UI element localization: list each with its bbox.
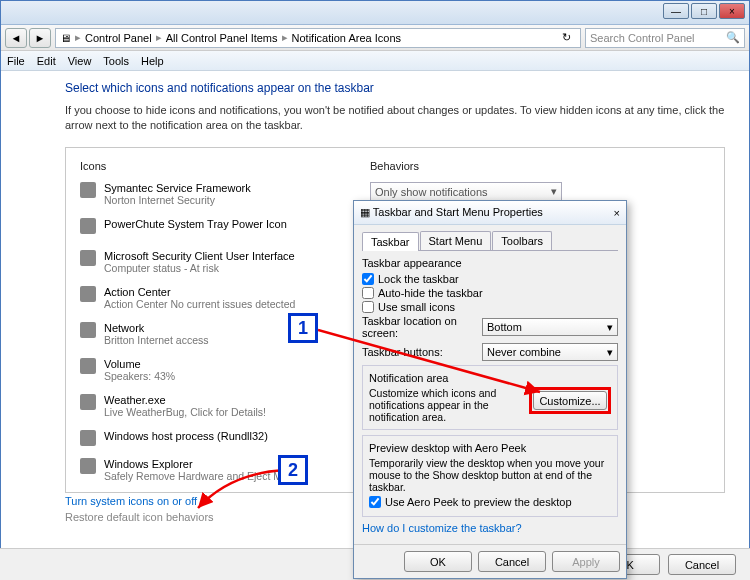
customize-button[interactable]: Customize...	[533, 391, 607, 410]
icon-title: Symantec Service Framework	[104, 182, 251, 194]
back-button[interactable]: ◄	[5, 28, 27, 48]
dialog-icon: ▦	[360, 206, 370, 218]
group-notification-label: Notification area	[369, 372, 611, 384]
icon-title: Network	[104, 322, 208, 334]
dialog-title: Taskbar and Start Menu Properties	[373, 206, 543, 218]
dialog-cancel-button[interactable]: Cancel	[478, 551, 546, 572]
tray-icon	[80, 218, 96, 234]
behavior-select[interactable]: Only show notifications▾	[370, 182, 562, 202]
icon-subtitle: Britton Internet access	[104, 334, 208, 346]
col-icons-header: Icons	[80, 156, 370, 182]
dialog-ok-button[interactable]: OK	[404, 551, 472, 572]
icon-title: Windows Explorer	[104, 458, 302, 470]
dialog-close-icon[interactable]: ×	[614, 207, 620, 219]
breadcrumb[interactable]: 🖥 ▸ Control Panel ▸ All Control Panel It…	[55, 28, 581, 48]
tray-icon	[80, 458, 96, 474]
icon-subtitle: Computer status - At risk	[104, 262, 295, 274]
search-placeholder: Search Control Panel	[590, 32, 695, 44]
tab-toolbars[interactable]: Toolbars	[492, 231, 552, 250]
tray-icon	[80, 286, 96, 302]
lock-taskbar-label: Lock the taskbar	[378, 273, 459, 285]
tray-icon	[80, 250, 96, 266]
cancel-button[interactable]: Cancel	[668, 554, 736, 575]
forward-button[interactable]: ►	[29, 28, 51, 48]
icon-title: Weather.exe	[104, 394, 266, 406]
taskbar-buttons-label: Taskbar buttons:	[362, 346, 482, 358]
group-peek-label: Preview desktop with Aero Peek	[369, 442, 611, 454]
icon-title: Microsoft Security Client User Interface	[104, 250, 295, 262]
icon-subtitle: Live WeatherBug, Click for Details!	[104, 406, 266, 418]
icon-subtitle: Safely Remove Hardware and Eject Media	[104, 470, 302, 482]
page-description: If you choose to hide icons and notifica…	[65, 103, 725, 133]
how-customize-link[interactable]: How do I customize the taskbar?	[362, 522, 618, 534]
autohide-checkbox[interactable]	[362, 287, 374, 299]
tray-icon	[80, 358, 96, 374]
search-icon: 🔍	[726, 31, 740, 44]
aero-peek-label: Use Aero Peek to preview the desktop	[385, 496, 572, 508]
page-title: Select which icons and notifications app…	[65, 81, 725, 95]
breadcrumb-item[interactable]: Control Panel	[85, 32, 152, 44]
small-icons-label: Use small icons	[378, 301, 455, 313]
icon-subtitle: Norton Internet Security	[104, 194, 251, 206]
icon-subtitle: Speakers: 43%	[104, 370, 175, 382]
tray-icon	[80, 430, 96, 446]
location-select[interactable]: Bottom▾	[482, 318, 618, 336]
location-label: Taskbar location on screen:	[362, 315, 482, 339]
breadcrumb-root-icon: 🖥	[60, 32, 71, 44]
breadcrumb-item[interactable]: Notification Area Icons	[292, 32, 401, 44]
menu-tools[interactable]: Tools	[103, 55, 129, 67]
tray-icon	[80, 394, 96, 410]
notification-desc: Customize which icons and notifications …	[369, 387, 523, 423]
small-icons-checkbox[interactable]	[362, 301, 374, 313]
annotation-marker-2: 2	[278, 455, 308, 485]
autohide-label: Auto-hide the taskbar	[378, 287, 483, 299]
icon-subtitle: Action Center No current issues detected	[104, 298, 295, 310]
menu-file[interactable]: File	[7, 55, 25, 67]
window-titlebar: — □ ×	[1, 1, 749, 25]
tab-taskbar[interactable]: Taskbar	[362, 232, 419, 251]
dialog-apply-button[interactable]: Apply	[552, 551, 620, 572]
chevron-down-icon: ▾	[551, 185, 557, 198]
taskbar-buttons-select[interactable]: Never combine▾	[482, 343, 618, 361]
tray-icon	[80, 322, 96, 338]
lock-taskbar-checkbox[interactable]	[362, 273, 374, 285]
maximize-button[interactable]: □	[691, 3, 717, 19]
chevron-down-icon: ▾	[607, 321, 613, 334]
group-appearance-label: Taskbar appearance	[362, 257, 618, 269]
menu-view[interactable]: View	[68, 55, 92, 67]
icon-title: Windows host process (Rundll32)	[104, 430, 268, 442]
taskbar-properties-dialog: ▦ Taskbar and Start Menu Properties × Ta…	[353, 200, 627, 579]
icon-title: Volume	[104, 358, 175, 370]
close-button[interactable]: ×	[719, 3, 745, 19]
annotation-marker-1: 1	[288, 313, 318, 343]
refresh-icon[interactable]: ↻	[556, 31, 576, 44]
tab-start-menu[interactable]: Start Menu	[420, 231, 492, 250]
col-behaviors-header: Behaviors	[370, 156, 710, 182]
nav-toolbar: ◄ ► 🖥 ▸ Control Panel ▸ All Control Pane…	[1, 25, 749, 51]
chevron-down-icon: ▾	[607, 346, 613, 359]
tray-icon	[80, 182, 96, 198]
aero-peek-checkbox[interactable]	[369, 496, 381, 508]
icon-title: Action Center	[104, 286, 295, 298]
minimize-button[interactable]: —	[663, 3, 689, 19]
peek-desc: Temporarily view the desktop when you mo…	[369, 457, 611, 493]
menu-help[interactable]: Help	[141, 55, 164, 67]
menu-bar: File Edit View Tools Help	[1, 51, 749, 71]
breadcrumb-item[interactable]: All Control Panel Items	[166, 32, 278, 44]
menu-edit[interactable]: Edit	[37, 55, 56, 67]
search-input[interactable]: Search Control Panel 🔍	[585, 28, 745, 48]
icon-title: PowerChute System Tray Power Icon	[104, 218, 287, 230]
